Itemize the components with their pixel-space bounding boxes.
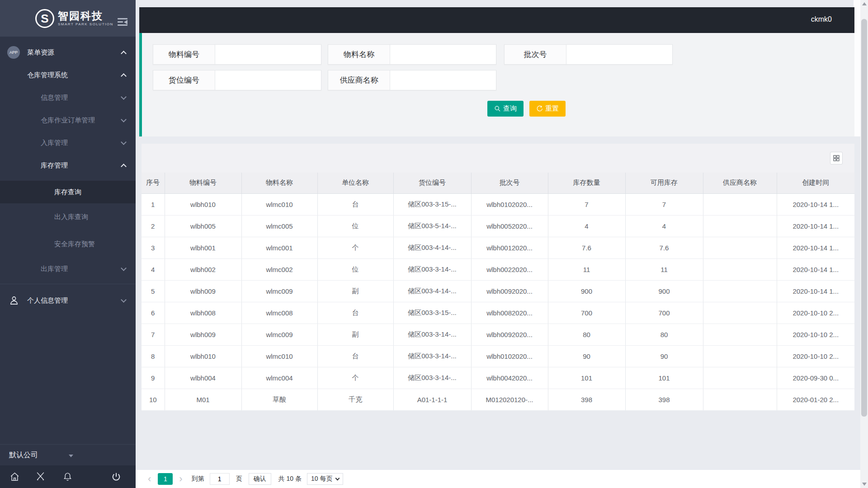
query-button[interactable]: 查询 — [487, 101, 524, 117]
sidebar-item-warehouse-system[interactable]: 仓库管理系统 — [0, 64, 136, 86]
table-cell: 398 — [625, 389, 703, 410]
table-row[interactable]: 3wlbh001wlmc001个储区003-4-14-...wlbh001202… — [142, 237, 854, 258]
column-settings-button[interactable] — [830, 152, 843, 164]
table-row[interactable]: 8wlbh010wlmc010台储区003-3-14-...wlbh010202… — [142, 345, 854, 367]
logout-button[interactable] — [111, 472, 121, 482]
table-cell: wlbh009 — [165, 324, 241, 345]
table-cell: 储区003-3-14-... — [393, 345, 471, 367]
table-cell: 储区003-5-14-... — [393, 215, 471, 237]
menu-divider — [0, 284, 136, 284]
table-cell: 90 — [625, 345, 703, 367]
sidebar-item-inventory-mgmt[interactable]: 库存管理 — [0, 154, 136, 177]
table-cell: 位 — [317, 258, 393, 280]
company-select[interactable]: 默认公司 — [0, 444, 136, 465]
supplier-name-input[interactable] — [390, 70, 496, 90]
table-cell: wlmc009 — [241, 324, 317, 345]
location-code-input[interactable] — [215, 70, 321, 90]
reset-button[interactable]: 重置 — [529, 101, 566, 117]
home-icon — [9, 472, 20, 482]
table-cell: 2020-10-10 2... — [777, 345, 854, 367]
notifications-button[interactable] — [63, 472, 72, 482]
table-cell: 8 — [142, 345, 165, 367]
table-row[interactable]: 2wlbh005wlmc005位储区003-5-14-...wlbh005202… — [142, 215, 854, 237]
sidebar-item-menu-resources[interactable]: APP菜单资源 — [0, 41, 136, 64]
table-row[interactable]: 4wlbh002wlmc002位储区003-3-14-...wlbh002202… — [142, 258, 854, 280]
table-row[interactable]: 1wlbh010wlmc010台储区003-3-15-...wlbh010202… — [142, 193, 854, 215]
tools-button[interactable] — [35, 472, 46, 482]
scrollbar-thumb[interactable] — [861, 19, 867, 417]
table-cell: 4 — [142, 258, 165, 280]
column-header: 批次号 — [471, 173, 548, 193]
bell-icon — [63, 472, 72, 482]
table-row[interactable]: 9wlbh004wlmc004个储区003-3-14-...wlbh004202… — [142, 367, 854, 389]
confirm-button[interactable]: 确认 — [249, 473, 271, 485]
sidebar-item-personal-info-mgmt[interactable]: 个人信息管理 — [0, 288, 136, 313]
sidebar-item-inbound-mgmt[interactable]: 入库管理 — [0, 131, 136, 154]
table-cell: 10 — [142, 389, 165, 410]
table-cell: 2020-10-10 2... — [777, 324, 854, 345]
page-scrollbar[interactable] — [860, 0, 868, 488]
page-1-button[interactable]: 1 — [158, 473, 173, 485]
table-cell: 2020-10-14 1... — [777, 193, 854, 215]
chevron-up-icon — [121, 73, 127, 79]
table-row[interactable]: 5wlbh009wlmc009副储区003-4-14-...wlbh009202… — [142, 280, 854, 302]
table-cell: 90 — [548, 345, 625, 367]
table-cell: 2 — [142, 215, 165, 237]
supplier-name-field: 供应商名称 — [328, 70, 496, 90]
table-cell: 草酸 — [241, 389, 317, 410]
sidebar-item-inout-query[interactable]: 出入库查询 — [0, 203, 136, 230]
scroll-down-icon[interactable] — [862, 483, 867, 486]
prev-page-button[interactable]: ‹ — [148, 474, 151, 484]
material-code-input[interactable] — [215, 44, 321, 65]
table-cell: 台 — [317, 193, 393, 215]
page-unit-label: 页 — [236, 475, 242, 483]
table-row[interactable]: 6wlbh008wlmc008台储区003-3-15-...wlbh008202… — [142, 302, 854, 324]
field-label: 物料名称 — [328, 44, 390, 65]
table-cell: 2020-01-20 2... — [777, 389, 854, 410]
table-cell: wlmc010 — [241, 193, 317, 215]
chevron-down-icon — [121, 94, 127, 100]
table-cell: 101 — [548, 367, 625, 389]
sidebar-item-outbound-mgmt[interactable]: 出库管理 — [0, 258, 136, 280]
location-code-field: 货位编号 — [153, 70, 321, 90]
table-cell: wlbh0092020... — [471, 280, 548, 302]
table-cell: wlbh0042020... — [471, 367, 548, 389]
table-cell: wlmc001 — [241, 237, 317, 258]
page-size-select[interactable]: 10 每页 — [307, 473, 343, 485]
column-header: 序号 — [142, 173, 165, 193]
table-cell: wlmc010 — [241, 345, 317, 367]
filter-form: 查询 重置 物料编号物料名称批次号货位编号供应商名称 — [139, 33, 854, 136]
pagination-bar: ‹ 1 › 到第 页 确认 共 10 条 10 每页 — [136, 470, 868, 488]
main-content: ckmk0 查询 重置 物料编号物料名称批次号货位编号供应商名称 — [136, 0, 868, 488]
sidebar-item-safety-stock-alert[interactable]: 安全库存预警 — [0, 230, 136, 258]
goto-page-input[interactable] — [210, 473, 230, 485]
table-cell: 4 — [548, 215, 625, 237]
next-page-button[interactable]: › — [179, 474, 182, 484]
table-cell: 700 — [625, 302, 703, 324]
home-button[interactable] — [9, 472, 20, 482]
chevron-down-icon — [335, 476, 340, 481]
table-cell: M012020120-... — [471, 389, 548, 410]
sidebar-item-inventory-query[interactable]: 库存查询 — [0, 181, 136, 203]
logo-subtitle: SMART PARK SOLUTION — [58, 22, 113, 26]
sidebar-item-label: 仓库管理系统 — [27, 71, 68, 80]
table-cell — [703, 215, 777, 237]
sidebar-item-info-mgmt[interactable]: 信息管理 — [0, 86, 136, 109]
table-cell: wlbh0052020... — [471, 215, 548, 237]
scroll-up-icon[interactable] — [862, 2, 867, 5]
material-name-input[interactable] — [390, 44, 496, 65]
batch-no-input[interactable] — [566, 44, 673, 65]
sidebar-item-label: 个人信息管理 — [27, 296, 68, 305]
table-cell: wlbh009 — [165, 280, 241, 302]
table-cell: wlbh0022020... — [471, 258, 548, 280]
collapse-menu-icon[interactable] — [118, 18, 127, 26]
table-cell: 9 — [142, 367, 165, 389]
user-menu[interactable]: ckmk0 — [811, 15, 832, 23]
sidebar-item-warehouse-order-mgmt[interactable]: 仓库作业订单管理 — [0, 109, 136, 131]
table-row[interactable]: 10M01草酸千克A01-1-1-1M012020120-...39839820… — [142, 389, 854, 410]
sidebar-item-label: 库存查询 — [54, 188, 81, 197]
table-row[interactable]: 7wlbh009wlmc009副储区003-3-14-...wlbh009202… — [142, 324, 854, 345]
chevron-down-icon — [121, 139, 127, 145]
chevron-down-icon — [121, 297, 127, 303]
material-code-field: 物料编号 — [153, 44, 321, 65]
